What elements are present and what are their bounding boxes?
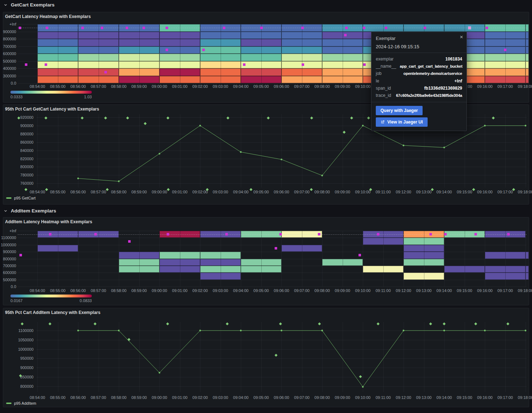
exemplar-marker[interactable] (474, 233, 477, 235)
legend-item-p95-additem[interactable]: p95 AddItem (6, 401, 36, 405)
exemplar-marker[interactable] (344, 34, 347, 36)
exemplar-diamond[interactable] (310, 188, 313, 191)
exemplar-marker[interactable] (25, 63, 27, 66)
exemplar-marker[interactable] (19, 27, 21, 29)
exemplar-marker[interactable] (167, 233, 169, 235)
exemplar-diamond[interactable] (512, 188, 515, 191)
x-tick-label: 09:12:00 (396, 395, 411, 400)
exemplar-diamond[interactable] (343, 131, 346, 134)
exemplar-diamond[interactable] (81, 117, 84, 120)
exemplar-diamond[interactable] (144, 122, 146, 125)
exemplar-marker[interactable] (101, 27, 103, 29)
exemplar-marker[interactable] (275, 247, 277, 250)
exemplar-diamond[interactable] (19, 374, 22, 377)
exemplar-marker[interactable] (46, 27, 48, 29)
exemplar-marker[interactable] (318, 233, 320, 235)
exemplar-diamond[interactable] (492, 117, 495, 120)
exemplar-diamond[interactable] (94, 322, 96, 325)
gridline (221, 273, 221, 279)
exemplar-diamond[interactable] (359, 375, 362, 378)
exemplar-diamond[interactable] (17, 117, 20, 120)
exemplar-diamond[interactable] (24, 188, 27, 191)
exemplar-diamond[interactable] (472, 188, 475, 191)
exemplar-marker[interactable] (128, 240, 131, 243)
exemplar-diamond[interactable] (249, 188, 252, 191)
exemplar-diamond[interactable] (104, 117, 107, 120)
exemplar-diamond[interactable] (21, 322, 23, 325)
series-point (443, 330, 445, 332)
exemplar-diamond[interactable] (206, 188, 209, 191)
exemplar-marker[interactable] (359, 254, 361, 256)
exemplar-marker[interactable] (260, 27, 263, 29)
exemplar-diamond[interactable] (431, 188, 434, 191)
exemplar-marker[interactable] (104, 71, 107, 73)
close-icon[interactable]: ✕ (460, 35, 463, 40)
exemplar-marker[interactable] (429, 233, 432, 235)
exemplar-diamond[interactable] (443, 322, 446, 325)
exemplar-diamond[interactable] (106, 188, 109, 191)
exemplar-diamond[interactable] (350, 117, 353, 120)
exemplar-diamond[interactable] (279, 322, 282, 325)
exemplar-diamond[interactable] (429, 322, 432, 325)
legend-label: p95 GetCart (14, 196, 36, 200)
exemplar-diamond[interactable] (506, 322, 509, 325)
exemplar-diamond[interactable] (275, 354, 278, 356)
exemplar-diamond[interactable] (49, 322, 51, 325)
exemplar-marker[interactable] (143, 27, 145, 29)
section-header-getcart[interactable]: GetCart Exemplars (4, 2, 55, 8)
exemplar-marker[interactable] (363, 63, 366, 66)
exemplar-marker[interactable] (345, 27, 348, 29)
view-in-jaeger-ui-button[interactable]: View in Jaeger UI (376, 117, 428, 127)
exemplar-marker[interactable] (302, 63, 304, 66)
exemplar-marker[interactable] (507, 233, 510, 235)
exemplar-diamond[interactable] (45, 188, 48, 191)
section-header-additem[interactable]: AddItem Exemplars (4, 208, 56, 214)
gridline (99, 61, 99, 69)
exemplar-diamond[interactable] (126, 117, 129, 120)
exemplar-diamond[interactable] (377, 322, 379, 325)
exemplar-diamond[interactable] (226, 322, 229, 325)
exemplar-marker[interactable] (301, 27, 304, 29)
x-tick-label: 09:03:00 (213, 84, 228, 89)
exemplar-diamond[interactable] (166, 117, 169, 120)
exemplar-diamond[interactable] (166, 322, 169, 325)
exemplar-diamond[interactable] (369, 188, 372, 191)
x-tick-label: 09:14:00 (437, 395, 452, 400)
exemplar-marker[interactable] (385, 27, 387, 29)
exemplar-marker[interactable] (45, 63, 47, 66)
exemplar-marker[interactable] (126, 27, 128, 29)
exemplar-diamond[interactable] (44, 117, 47, 120)
exemplar-marker[interactable] (444, 233, 447, 235)
exemplar-marker[interactable] (202, 49, 205, 51)
legend-item-p95-getcart[interactable]: p95 GetCart (6, 196, 36, 200)
exemplar-marker[interactable] (225, 233, 228, 235)
exemplar-diamond[interactable] (318, 322, 321, 325)
exemplar-marker[interactable] (243, 63, 245, 66)
exemplar-diamond[interactable] (267, 117, 270, 120)
exemplar-marker[interactable] (468, 27, 471, 29)
exemplar-marker[interactable] (166, 49, 168, 51)
exemplar-marker[interactable] (81, 27, 84, 29)
exemplar-diamond[interactable] (127, 338, 130, 341)
query-with-jaeger-button[interactable]: Query with Jaeger (376, 106, 423, 115)
exemplar-diamond[interactable] (226, 117, 229, 120)
exemplar-marker[interactable] (486, 27, 488, 29)
exemplar-marker[interactable] (279, 233, 282, 235)
exemplar-diamond[interactable] (474, 322, 477, 325)
x-tick-label: 08:57:00 (91, 395, 106, 400)
exemplar-marker[interactable] (424, 27, 426, 29)
exemplar-marker[interactable] (49, 233, 51, 235)
exemplar-diamond[interactable] (167, 188, 170, 191)
exemplar-diamond[interactable] (367, 117, 370, 120)
exemplar-marker[interactable] (166, 27, 168, 29)
exemplar-marker[interactable] (363, 27, 365, 29)
exemplar-marker[interactable] (94, 233, 97, 235)
exemplar-diamond[interactable] (310, 117, 313, 120)
exemplar-marker[interactable] (19, 254, 22, 256)
gridline (18, 287, 527, 287)
exemplar-marker[interactable] (223, 27, 225, 29)
heatmap-cell (526, 54, 529, 61)
exemplar-marker[interactable] (377, 233, 379, 235)
exemplar-marker[interactable] (504, 49, 506, 51)
gridline (139, 39, 140, 46)
